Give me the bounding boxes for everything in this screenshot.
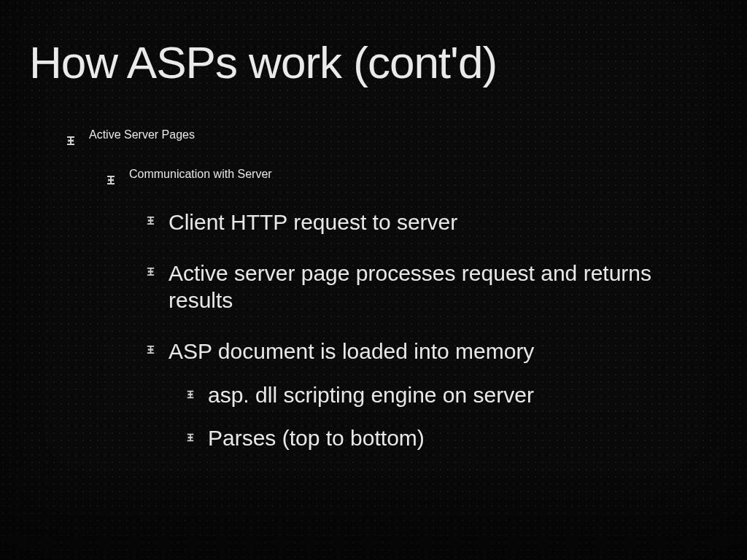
slide-content: Active Server Pages Communication with S… [29, 128, 718, 451]
list-item: Active Server Pages [66, 128, 718, 146]
item-text: asp. dll scripting engine on server [208, 383, 534, 408]
bullet-icon [146, 216, 155, 225]
bullet-icon [106, 175, 116, 185]
bullet-icon [146, 345, 155, 354]
bullet-level-2: Communication with Server Client HTTP re… [66, 168, 718, 451]
bullet-icon [66, 136, 76, 146]
item-text: Active server page processes request and… [169, 260, 718, 314]
list-item: Client HTTP request to server [146, 209, 718, 236]
item-text: Communication with Server [129, 168, 272, 181]
list-item: Parses (top to bottom) [186, 426, 718, 451]
presentation-slide: How ASPs work (cont'd) Active Server Pag… [0, 0, 747, 560]
item-text: Active Server Pages [89, 128, 195, 141]
list-item: Active server page processes request and… [146, 260, 718, 314]
bullet-icon [186, 390, 195, 399]
item-text: Parses (top to bottom) [208, 426, 425, 451]
list-item: ASP document is loaded into memory [146, 338, 718, 365]
item-text: Client HTTP request to server [169, 209, 457, 236]
list-item: asp. dll scripting engine on server [186, 383, 718, 408]
slide-title: How ASPs work (cont'd) [29, 36, 718, 88]
bullet-level-4: asp. dll scripting engine on server Pars… [146, 383, 718, 451]
list-item: Communication with Server [106, 168, 718, 185]
bullet-level-3: Client HTTP request to server Active ser… [106, 209, 718, 451]
item-text: ASP document is loaded into memory [169, 338, 534, 365]
bullet-icon [186, 433, 195, 442]
bullet-level-1: Active Server Pages Communication with S… [66, 128, 718, 451]
bullet-icon [146, 267, 155, 276]
